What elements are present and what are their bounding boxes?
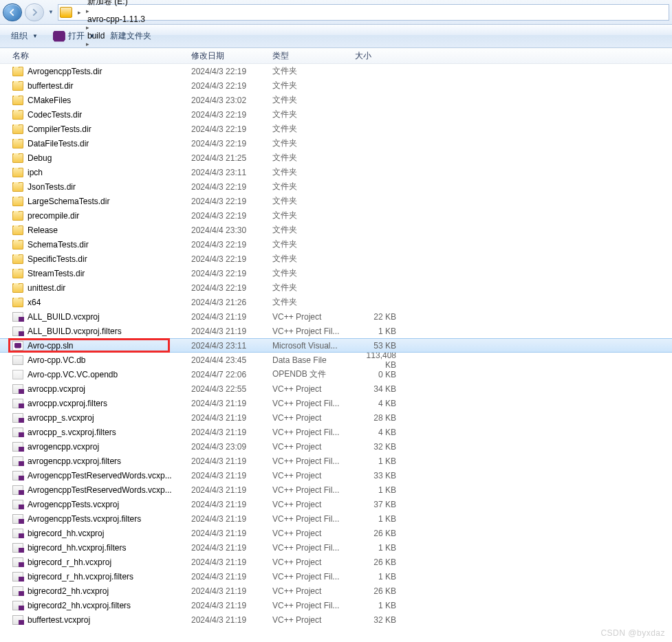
column-header-size[interactable]: 大小 bbox=[355, 50, 400, 62]
column-header-date[interactable]: 修改日期 bbox=[191, 50, 272, 62]
file-row[interactable]: avrogencpp.vcxproj2024/4/3 23:09VC++ Pro… bbox=[0, 439, 672, 454]
file-row[interactable]: AvrogencppTestReservedWords.vcxp...2024/… bbox=[0, 468, 672, 483]
file-row[interactable]: Avro-cpp.sln2024/4/3 23:11Microsoft Visu… bbox=[0, 338, 672, 353]
chevron-right-icon[interactable]: ▸ bbox=[83, 8, 91, 14]
file-name-cell: bigrecord_r_hh.vcxproj bbox=[0, 557, 191, 567]
file-name-cell: ALL_BUILD.vcxproj.filters bbox=[0, 326, 191, 336]
file-row[interactable]: x642024/4/3 21:26文件夹 bbox=[0, 295, 672, 309]
file-size-cell: 34 KB bbox=[355, 384, 400, 394]
file-name-cell: Debug bbox=[0, 153, 191, 163]
file-name-cell: avrocpp.vcxproj.filters bbox=[0, 399, 191, 408]
file-row[interactable]: CMakeFiles2024/4/3 23:02文件夹 bbox=[0, 93, 672, 107]
file-type-cell: VC++ Project Fil... bbox=[272, 399, 355, 408]
file-row[interactable]: Avro-cpp.VC.db2024/4/4 23:45Data Base Fi… bbox=[0, 353, 672, 367]
file-date-cell: 2024/4/3 21:19 bbox=[191, 456, 272, 466]
sln-icon bbox=[12, 341, 23, 351]
file-name-text: unittest.dir bbox=[28, 283, 65, 293]
file-row[interactable]: Release2024/4/4 23:30文件夹 bbox=[0, 223, 672, 237]
file-row[interactable]: avrocpp_s.vcxproj2024/4/3 21:19VC++ Proj… bbox=[0, 410, 672, 425]
back-button[interactable] bbox=[3, 3, 22, 21]
file-row[interactable]: SchemaTests.dir2024/4/3 22:19文件夹 bbox=[0, 237, 672, 252]
file-name-cell: bigrecord2_hh.vcxproj bbox=[0, 586, 191, 596]
vcx-icon bbox=[12, 615, 23, 625]
file-row[interactable]: AvrogencppTests.vcxproj2024/4/3 21:19VC+… bbox=[0, 497, 672, 511]
file-row[interactable]: JsonTests.dir2024/4/3 22:19文件夹 bbox=[0, 179, 672, 194]
file-type-cell: 文件夹 bbox=[272, 224, 355, 236]
folder-icon bbox=[12, 96, 23, 105]
file-row[interactable]: bigrecord_r_hh.vcxproj.filters2024/4/3 2… bbox=[0, 569, 672, 584]
file-row[interactable]: StreamTests.dir2024/4/3 22:19文件夹 bbox=[0, 266, 672, 280]
file-row[interactable]: Avro-cpp.VC.VC.opendb2024/4/7 22:06OPEND… bbox=[0, 367, 672, 381]
file-type-cell: VC++ Project Fil... bbox=[272, 428, 355, 437]
file-name-text: LargeSchemaTests.dir bbox=[28, 197, 109, 206]
file-size-cell: 33 KB bbox=[355, 471, 400, 480]
file-name-cell: avrogencpp.vcxproj bbox=[0, 442, 191, 452]
nav-history-dropdown[interactable]: ▼ bbox=[47, 3, 55, 21]
file-row[interactable]: ALL_BUILD.vcxproj2024/4/3 21:19VC++ Proj… bbox=[0, 309, 672, 324]
new-folder-button[interactable]: 新建文件夹 bbox=[105, 28, 157, 44]
file-row[interactable]: precompile.dir2024/4/3 22:19文件夹 bbox=[0, 208, 672, 223]
file-name-text: CMakeFiles bbox=[28, 96, 71, 105]
file-name-cell: AvrogencppTests.vcxproj bbox=[0, 500, 191, 509]
file-row[interactable]: ALL_BUILD.vcxproj.filters2024/4/3 21:19V… bbox=[0, 324, 672, 338]
file-row[interactable]: buffertest.dir2024/4/3 22:19文件夹 bbox=[0, 78, 672, 93]
file-name-cell: bigrecord_r_hh.vcxproj.filters bbox=[0, 572, 191, 582]
file-row[interactable]: LargeSchemaTests.dir2024/4/3 22:19文件夹 bbox=[0, 194, 672, 208]
file-row[interactable]: ipch2024/4/3 23:11文件夹 bbox=[0, 165, 672, 179]
file-row[interactable]: CodecTests.dir2024/4/3 22:19文件夹 bbox=[0, 107, 672, 122]
file-row[interactable]: buffertest.vcxproj2024/4/3 21:19VC++ Pro… bbox=[0, 612, 672, 627]
file-name-text: bigrecord2_hh.vcxproj bbox=[28, 586, 109, 596]
forward-button[interactable] bbox=[25, 3, 44, 21]
file-name-text: AvrogencppTests.dir bbox=[28, 67, 102, 76]
vcx-icon bbox=[12, 384, 23, 394]
file-row[interactable]: bigrecord_hh.vcxproj.filters2024/4/3 21:… bbox=[0, 540, 672, 555]
file-type-cell: 文件夹 bbox=[272, 282, 355, 294]
organize-menu[interactable]: 组织 ▼ bbox=[6, 28, 43, 44]
breadcrumb-segment[interactable]: 新加卷 (E:) bbox=[83, 0, 148, 8]
file-type-cell: 文件夹 bbox=[272, 94, 355, 106]
file-row[interactable]: bigrecord2_hh.vcxproj2024/4/3 21:19VC++ … bbox=[0, 584, 672, 598]
file-type-cell: 文件夹 bbox=[272, 80, 355, 91]
file-row[interactable]: bigrecord_hh.vcxproj2024/4/3 21:19VC++ P… bbox=[0, 526, 672, 540]
file-row[interactable]: avrocpp.vcxproj.filters2024/4/3 21:19VC+… bbox=[0, 396, 672, 410]
vcx-icon bbox=[12, 557, 23, 567]
file-name-text: CompilerTests.dir bbox=[28, 124, 91, 134]
file-date-cell: 2024/4/3 22:19 bbox=[191, 182, 272, 192]
file-type-cell: 文件夹 bbox=[272, 195, 355, 207]
new-folder-label: 新建文件夹 bbox=[110, 30, 151, 42]
file-name-text: AvrogencppTests.vcxproj bbox=[28, 500, 119, 509]
file-row[interactable]: Debug2024/4/3 21:25文件夹 bbox=[0, 151, 672, 165]
column-header-name[interactable]: 名称 bbox=[0, 50, 191, 62]
file-row[interactable]: AvrogencppTestReservedWords.vcxp...2024/… bbox=[0, 483, 672, 497]
breadcrumb[interactable]: ▸ 计算机▸新加卷 (E:)▸avro-cpp-1.11.3▸build▸ bbox=[58, 4, 669, 21]
file-name-cell: precompile.dir bbox=[0, 211, 191, 221]
file-name-text: Release bbox=[28, 225, 58, 235]
breadcrumb-segment[interactable]: avro-cpp-1.11.3 bbox=[83, 14, 148, 24]
open-menu[interactable]: 打开 ▼ bbox=[47, 28, 100, 44]
file-row[interactable]: AvrogencppTests.dir2024/4/3 22:19文件夹 bbox=[0, 64, 672, 78]
file-row[interactable]: avrogencpp.vcxproj.filters2024/4/3 21:19… bbox=[0, 454, 672, 468]
file-row[interactable]: avrocpp.vcxproj2024/4/3 22:55VC++ Projec… bbox=[0, 381, 672, 396]
vcx-icon bbox=[12, 399, 23, 408]
file-row[interactable]: AvrogencppTests.vcxproj.filters2024/4/3 … bbox=[0, 511, 672, 526]
file-date-cell: 2024/4/3 21:19 bbox=[191, 471, 272, 480]
column-headers: 名称 修改日期 类型 大小 bbox=[0, 48, 672, 64]
file-row[interactable]: DataFileTests.dir2024/4/3 22:19文件夹 bbox=[0, 136, 672, 151]
db-icon bbox=[12, 355, 23, 365]
file-row[interactable]: SpecificTests.dir2024/4/3 22:19文件夹 bbox=[0, 252, 672, 266]
file-date-cell: 2024/4/3 21:19 bbox=[191, 413, 272, 423]
file-date-cell: 2024/4/3 22:19 bbox=[191, 197, 272, 206]
chevron-down-icon: ▼ bbox=[48, 9, 54, 15]
file-row[interactable]: unittest.dir2024/4/3 22:19文件夹 bbox=[0, 280, 672, 295]
file-date-cell: 2024/4/3 21:19 bbox=[191, 557, 272, 567]
file-row[interactable]: bigrecord_r_hh.vcxproj2024/4/3 21:19VC++… bbox=[0, 555, 672, 569]
file-row[interactable]: bigrecord2_hh.vcxproj.filters2024/4/3 21… bbox=[0, 598, 672, 612]
file-type-cell: 文件夹 bbox=[272, 181, 355, 192]
file-size-cell: 1 KB bbox=[355, 601, 400, 610]
file-row[interactable]: CompilerTests.dir2024/4/3 22:19文件夹 bbox=[0, 122, 672, 136]
file-date-cell: 2024/4/3 22:19 bbox=[191, 269, 272, 278]
chevron-right-icon[interactable]: ▸ bbox=[75, 9, 83, 16]
file-date-cell: 2024/4/3 23:11 bbox=[191, 341, 272, 351]
file-row[interactable]: avrocpp_s.vcxproj.filters2024/4/3 21:19V… bbox=[0, 425, 672, 439]
column-header-type[interactable]: 类型 bbox=[272, 50, 355, 62]
